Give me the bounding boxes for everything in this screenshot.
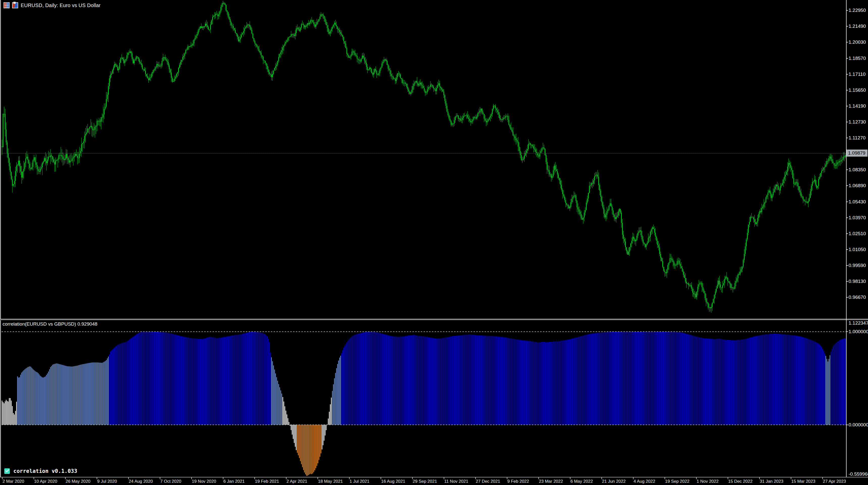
price-tick-label: 1.11270 bbox=[848, 135, 866, 141]
time-tick-label: 31 Jan 2023 bbox=[760, 479, 783, 484]
time-tick-label: 9 Jul 2020 bbox=[97, 479, 117, 484]
time-tick-label: 19 Feb 2021 bbox=[255, 479, 279, 484]
time-tick-label: 23 Mar 2022 bbox=[539, 479, 563, 484]
price-tick-mark bbox=[846, 122, 848, 122]
price-tick-label: 0.98130 bbox=[848, 279, 866, 284]
indicator-chart-area[interactable] bbox=[0, 0, 868, 485]
indicator-version-label: correlation v0.1.033 bbox=[13, 468, 77, 474]
indicator-footer: correlation v0.1.033 bbox=[4, 468, 77, 474]
price-tick-mark bbox=[846, 106, 848, 106]
price-tick-label: 1.22950 bbox=[848, 7, 866, 13]
price-tick-mark bbox=[846, 90, 848, 90]
indicator-tick-label: 1.000000 bbox=[848, 329, 868, 335]
time-tick-label: 6 May 2022 bbox=[570, 479, 593, 484]
price-tick-label: 1.02510 bbox=[848, 231, 866, 236]
time-tick-label: 16 Aug 2021 bbox=[381, 479, 405, 484]
time-tick-label: 15 Dec 2022 bbox=[728, 479, 752, 484]
price-tick-mark bbox=[846, 42, 848, 42]
price-tick-label: 1.03970 bbox=[848, 215, 866, 221]
mt5-chart-window: EURUSD, Daily: Euro vs US Dollar correla… bbox=[0, 0, 868, 485]
time-tick-label: 1 Jul 2021 bbox=[349, 479, 369, 484]
price-tick-label: 1.20030 bbox=[848, 39, 866, 45]
price-tick-mark bbox=[846, 249, 848, 250]
price-tick-mark bbox=[846, 297, 848, 297]
price-tick-label: 1.14190 bbox=[848, 103, 866, 109]
time-tick-label: 21 Jun 2022 bbox=[602, 479, 626, 484]
indicator-label: correlation(EURUSD vs GBPUSD) 0.929048 bbox=[2, 321, 97, 327]
price-axis[interactable] bbox=[846, 0, 868, 319]
price-tick-mark bbox=[846, 58, 848, 59]
time-tick-label: 19 Sep 2022 bbox=[665, 479, 689, 484]
indicator-axis[interactable] bbox=[846, 320, 868, 477]
time-tick-label: 2 Apr 2021 bbox=[286, 479, 307, 484]
price-tick-label: 1.12730 bbox=[848, 119, 866, 125]
price-tick-mark bbox=[846, 186, 848, 186]
price-tick-mark bbox=[846, 265, 848, 266]
price-tick-label: 1.18570 bbox=[848, 56, 866, 61]
time-tick-label: 29 Sep 2021 bbox=[413, 479, 437, 484]
price-tick-mark bbox=[846, 281, 848, 282]
price-tick-label: 1.05430 bbox=[848, 199, 866, 205]
time-tick-label: 10 Apr 2020 bbox=[34, 479, 57, 484]
price-tick-label: 1.21490 bbox=[848, 24, 866, 29]
price-tick-label: 1.15650 bbox=[848, 87, 866, 93]
time-tick-label: 9 Feb 2022 bbox=[507, 479, 529, 484]
time-tick-label: 11 Nov 2021 bbox=[444, 479, 468, 484]
price-tick-mark bbox=[846, 74, 848, 75]
price-tick-mark bbox=[846, 218, 848, 218]
time-tick-label: 15 Mar 2023 bbox=[791, 479, 815, 484]
price-tick-label: 0.96670 bbox=[848, 294, 866, 300]
current-price-badge: 1.09879 bbox=[846, 149, 868, 156]
price-tick-label: 1.08350 bbox=[848, 167, 866, 173]
indicator-tick-mark bbox=[846, 332, 848, 332]
time-tick-label: 26 May 2020 bbox=[66, 479, 90, 484]
indicator-tick-label: 1.122347 bbox=[848, 320, 868, 326]
time-tick-label: 4 Aug 2022 bbox=[633, 479, 655, 484]
time-tick-label: 19 Nov 2020 bbox=[192, 479, 216, 484]
time-tick-label: 6 Jan 2021 bbox=[223, 479, 245, 484]
price-tick-label: 1.17110 bbox=[848, 72, 866, 77]
price-tick-mark bbox=[846, 138, 848, 138]
price-tick-mark bbox=[846, 202, 848, 202]
price-tick-mark bbox=[846, 10, 848, 10]
time-tick-label: 18 May 2021 bbox=[318, 479, 343, 484]
indicator-tick-label: -0.559966 bbox=[848, 472, 868, 477]
time-axis[interactable]: 2 Mar 202010 Apr 202026 May 20209 Jul 20… bbox=[0, 477, 868, 485]
indicator-tick-label: 0.000000 bbox=[848, 422, 868, 428]
price-tick-mark bbox=[846, 233, 848, 234]
time-tick-label: 27 Apr 2023 bbox=[823, 479, 846, 484]
price-tick-mark bbox=[846, 170, 848, 170]
time-tick-label: 1 Nov 2022 bbox=[696, 479, 719, 484]
time-tick-label: 27 Dec 2021 bbox=[476, 479, 500, 484]
price-tick-label: 1.06890 bbox=[848, 183, 866, 189]
time-tick-label: 24 Aug 2020 bbox=[129, 479, 153, 484]
indicator-tick-mark bbox=[846, 425, 848, 425]
price-tick-label: 0.99590 bbox=[848, 263, 866, 268]
indicator-checkbox-icon bbox=[4, 468, 10, 474]
time-tick-label: 7 Oct 2020 bbox=[160, 479, 181, 484]
price-tick-mark bbox=[846, 26, 848, 27]
time-tick-label: 2 Mar 2020 bbox=[2, 479, 24, 484]
price-tick-label: 1.01050 bbox=[848, 247, 866, 252]
